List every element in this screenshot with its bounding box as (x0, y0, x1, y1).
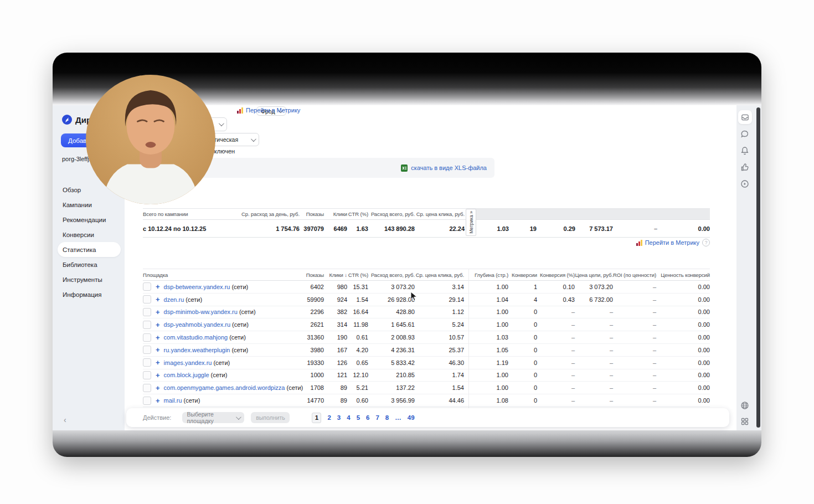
inbox-icon[interactable] (738, 110, 752, 124)
placement-value-11: 0.00 (656, 347, 710, 353)
site-link[interactable]: com.openmygame.games.android.wordpizza (164, 384, 285, 391)
placement-value-10: – (613, 296, 656, 303)
expand-plus-button[interactable]: + (156, 333, 160, 342)
page-49[interactable]: 49 (408, 414, 415, 421)
sidebar-item-7[interactable]: Информация (58, 287, 121, 302)
placements-col-0[interactable]: Площадка (143, 272, 276, 278)
row-checkbox[interactable] (143, 282, 151, 291)
placement-value-4: 2 008.93 (368, 334, 415, 341)
sidebar-collapse-chevron[interactable]: ‹ (64, 415, 66, 424)
placements-col-4[interactable]: Расход всего, руб. (368, 272, 415, 278)
cell-text: 980 (337, 284, 347, 290)
placement-value-4: 26 928.00 (368, 296, 415, 303)
site-link[interactable]: ru.yandex.weatherplugin (164, 347, 230, 353)
network-suffix: (сети) (211, 372, 228, 378)
page-6[interactable]: 6 (366, 414, 369, 421)
expand-plus-button[interactable]: + (156, 308, 160, 316)
sidebar-item-2[interactable]: Рекомендации (58, 212, 121, 227)
sidebar-item-6[interactable]: Инструменты (58, 272, 121, 287)
page-2[interactable]: 2 (327, 414, 331, 421)
placements-col-7[interactable]: Конверсии (508, 272, 537, 278)
row-checkbox[interactable] (143, 358, 151, 367)
placements-col-9[interactable]: Цена цели, руб. (575, 272, 613, 278)
page-5[interactable]: 5 (357, 414, 360, 421)
placements-col-10[interactable]: ROI (по ценности) (613, 272, 656, 278)
placement-value-8: – (537, 308, 575, 315)
expand-plus-button[interactable]: + (156, 282, 160, 291)
site-link[interactable]: mail.ru (164, 397, 182, 404)
row-checkbox[interactable] (143, 308, 151, 316)
expand-plus-button[interactable]: + (156, 346, 160, 354)
goto-metrika-link-top[interactable]: Перейти в Метрику (237, 107, 300, 114)
placements-col-3[interactable]: CTR (%) (347, 272, 368, 278)
placement-value-5: 44.46 (415, 397, 464, 404)
cell-text: 12.10 (353, 372, 368, 378)
site-link[interactable]: com.vitastudio.mahjong (164, 334, 228, 341)
play-circle-icon[interactable] (740, 179, 750, 189)
site-link[interactable]: dsp-betweenx.yandex.ru (164, 284, 230, 290)
placements-col-5[interactable]: Ср. цена клика, руб. (415, 272, 464, 278)
expand-plus-button[interactable]: + (156, 358, 160, 367)
chat-icon[interactable] (740, 130, 750, 139)
sidebar-item-5[interactable]: Библиотека (58, 257, 121, 272)
placement-value-1: 14770 (276, 397, 324, 404)
site-link[interactable]: dsp-minimob-ww.yandex.ru (164, 308, 238, 315)
page-8[interactable]: 8 (385, 414, 389, 421)
sidebar-item-1[interactable]: Кампании (58, 197, 121, 212)
row-checkbox[interactable] (143, 384, 151, 392)
metrika-vertical-tab[interactable]: Метрика » (466, 209, 476, 236)
expand-plus-button[interactable]: + (156, 295, 160, 304)
placements-col-text: Глубина (стр.) (475, 272, 508, 278)
placements-col-11[interactable]: Ценность конверсий (656, 272, 710, 278)
placement-value-3: 4.20 (347, 347, 368, 353)
goto-metrika-link-bottom[interactable]: Перейти в Метрику ? (143, 239, 710, 246)
placement-value-9: – (575, 397, 613, 404)
page-7[interactable]: 7 (375, 414, 379, 421)
cell-text: 1.54 (452, 384, 464, 391)
placements-col-8[interactable]: Конверсия (%) (537, 272, 575, 278)
placements-col-2[interactable]: Клики ↓ (324, 272, 347, 278)
placement-value-4: 3 073.20 (368, 284, 415, 290)
expand-plus-button[interactable]: + (156, 321, 160, 329)
placements-col-1[interactable]: Показы (276, 272, 324, 278)
placement-value-6: 1.00 (476, 308, 508, 315)
cell-text: 4 236.31 (391, 347, 415, 353)
site-link[interactable]: com.block.juggle (164, 372, 209, 378)
placement-value-3: 15.31 (347, 284, 368, 290)
sidebar-item-3[interactable]: Конверсии (58, 227, 121, 242)
cell-text: 1.00 (497, 372, 508, 378)
expand-plus-button[interactable]: + (156, 397, 160, 405)
row-checkbox[interactable] (143, 333, 151, 342)
placement-value-5: 46.30 (415, 359, 464, 366)
download-xls-link[interactable]: скачать в виде XLS-файла (411, 164, 487, 171)
site-link[interactable]: dzen.ru (164, 296, 184, 303)
summary-col-text: CTR (%) (348, 211, 368, 217)
page-4[interactable]: 4 (347, 414, 350, 421)
page-1[interactable]: 1 (312, 413, 321, 423)
account-login[interactable]: porg-3leffjr (62, 156, 91, 162)
expand-plus-button[interactable]: + (156, 371, 160, 379)
bell-icon[interactable] (740, 146, 750, 156)
vertical-scrollbar[interactable] (756, 107, 760, 428)
sidebar-item-4[interactable]: Статистика (58, 242, 121, 257)
globe-icon[interactable] (740, 401, 750, 410)
site-select-dropdown[interactable]: Выберите площадку (182, 412, 244, 423)
row-checkbox[interactable] (143, 321, 151, 329)
page-3[interactable]: 3 (337, 414, 341, 421)
row-checkbox[interactable] (143, 346, 151, 354)
expand-plus-button[interactable]: + (156, 384, 160, 392)
placement-value-10: – (613, 334, 656, 341)
cell-text: 1.54 (357, 296, 368, 303)
help-question-icon[interactable]: ? (702, 239, 710, 246)
row-checkbox[interactable] (143, 295, 151, 304)
thumbs-up-icon[interactable] (740, 163, 750, 172)
table-row: +dsp-minimob-ww.yandex.ru(сети)229638216… (143, 306, 710, 319)
placement-value-10: – (613, 384, 656, 391)
placements-col-6[interactable]: Глубина (стр.) (476, 272, 508, 278)
apps-grid-icon[interactable] (740, 417, 750, 426)
site-link[interactable]: images.yandex.ru (164, 359, 212, 366)
row-checkbox[interactable] (143, 397, 151, 405)
site-link[interactable]: dsp-yeahmobi.yandex.ru (164, 321, 230, 328)
row-checkbox[interactable] (143, 371, 151, 379)
execute-button[interactable]: выполнить (251, 412, 290, 423)
